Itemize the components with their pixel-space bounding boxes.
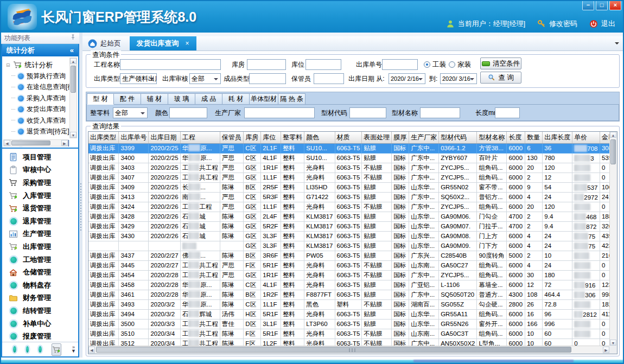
- material-tab-辅材[interactable]: 辅 材: [141, 93, 168, 105]
- table-row[interactable]: 调拨出库34292020/2/26石城陈琳G区5R2F整料KLM38176063…: [88, 221, 617, 231]
- tab-active[interactable]: 发货出库查询 ×: [130, 36, 196, 50]
- sidebar-item-审核中心[interactable]: 审核中心: [2, 164, 78, 177]
- circle-icon[interactable]: [26, 346, 29, 353]
- table-row[interactable]: 调拨出库34582020/2/28华原...陈琳C区4L1F整料光身料6063-…: [88, 280, 617, 290]
- column-header[interactable]: 生产厂家: [409, 132, 439, 143]
- collapse-icon[interactable]: «: [70, 46, 74, 54]
- tree-root[interactable]: ⊟ 统计分析: [6, 59, 78, 71]
- column-header[interactable]: 型材代码: [439, 132, 477, 143]
- table-row[interactable]: 调拨出库34542020/2/28工共工程严思G区1R1F整料光身料6063-T…: [88, 270, 617, 280]
- tree-item[interactable]: 预算执行查询: [6, 71, 78, 82]
- location-input[interactable]: [305, 59, 341, 70]
- column-header[interactable]: 膜厚: [392, 132, 409, 143]
- tree-item[interactable]: 在途信息查询[待: [6, 82, 78, 93]
- tree-item[interactable]: 收货入库查询: [6, 115, 78, 126]
- clear-conditions-button[interactable]: 清空条件: [480, 58, 521, 69]
- splitter[interactable]: [79, 33, 82, 357]
- material-tab-隔热条[interactable]: 隔 热 条: [278, 93, 305, 105]
- column-header[interactable]: 库位: [261, 132, 281, 143]
- warehouse-input[interactable]: [247, 59, 286, 70]
- circle-icon[interactable]: [39, 346, 42, 353]
- sidebar-item-退货管理[interactable]: 退货管理: [2, 202, 78, 215]
- outbound-type-select[interactable]: 生产领料出库: [120, 73, 157, 84]
- radio-gongzhuang[interactable]: 工装: [424, 59, 446, 70]
- keeper-input[interactable]: [314, 73, 344, 84]
- material-tab-玻璃[interactable]: 玻 璃: [168, 93, 195, 105]
- sidebar-item-工地管理[interactable]: 工地管理: [2, 253, 78, 266]
- table-row[interactable]: 调拨出库35002020/3/3工共工程曹佳D区3L1F整料LT3P606063…: [88, 319, 617, 329]
- column-header[interactable]: 颜色: [304, 132, 335, 143]
- name-input[interactable]: [420, 107, 460, 118]
- column-header[interactable]: 出库长度: [543, 132, 572, 143]
- radio-jiazhuang[interactable]: 家装: [449, 59, 471, 70]
- column-header[interactable]: 出库日期: [149, 132, 180, 143]
- column-header[interactable]: 材质: [335, 132, 362, 143]
- table-row[interactable]: 调拨出库34132020/2/26南...严思C区5R3F整料G71422606…: [88, 192, 617, 202]
- material-tab-配件[interactable]: 配 件: [114, 93, 141, 105]
- sidebar-item-采购管理[interactable]: 采购管理: [2, 176, 78, 189]
- tree-vertical-scrollbar[interactable]: ▲ ▼: [69, 58, 77, 138]
- sidebar-item-仓储管理[interactable]: 仓储管理: [2, 266, 78, 279]
- order-no-input[interactable]: [382, 59, 418, 70]
- pin-icon[interactable]: [70, 34, 76, 42]
- table-row[interactable]: G区3L3F整料KLM38176063-T5贴膜国标山东华...GA90M09.…: [88, 241, 617, 251]
- table-row[interactable]: 调拨出库34372020/2/27佛...陈琳B区3R6F整料PW056063-…: [88, 251, 617, 260]
- sidebar-item-生产管理[interactable]: 生产管理: [2, 228, 78, 241]
- material-tab-成品[interactable]: 成 品: [195, 93, 222, 105]
- sidebar-item-补单中心[interactable]: 补单中心: [2, 317, 78, 330]
- column-header[interactable]: 保管员: [220, 132, 244, 143]
- change-password-link[interactable]: 修改密码: [549, 19, 577, 29]
- sidebar-item-报废管理[interactable]: 报废管理: [2, 330, 78, 342]
- project-name-input[interactable]: [120, 59, 221, 70]
- sidebar-item-入库管理[interactable]: 入库管理: [2, 189, 78, 202]
- sidebar-item-退库管理[interactable]: 退库管理: [2, 215, 78, 228]
- tree-item[interactable]: 退货查询[待定]: [6, 126, 78, 138]
- table-row[interactable]: 调拨出库33992020/2/25华原...严思C区2L1F整料SU10...6…: [88, 143, 617, 153]
- date-to-select[interactable]: 2020/ 3/16: [440, 73, 477, 84]
- circle-icon[interactable]: [13, 346, 16, 353]
- table-row[interactable]: 调拨出库34072020/2/25工共工程严思G区1L1F整料光身料6063-T…: [88, 173, 617, 182]
- sidebar-item-物料盘存[interactable]: 物料盘存: [2, 279, 78, 292]
- sidebar-item-结转管理[interactable]: 结转管理: [2, 304, 78, 317]
- minimize-button[interactable]: −: [582, 1, 594, 10]
- zl-select[interactable]: 全部: [113, 107, 148, 118]
- column-header[interactable]: 工程: [180, 132, 220, 143]
- column-header[interactable]: 库房: [244, 132, 261, 143]
- column-header[interactable]: 表面处理: [362, 132, 392, 143]
- close-button[interactable]: ×: [609, 1, 621, 10]
- grid-vertical-scrollbar[interactable]: ▲ ▼: [609, 132, 617, 346]
- tree-item[interactable]: 采购入库查询: [6, 93, 78, 104]
- sidebar-item-项目管理[interactable]: 项目管理: [2, 151, 78, 164]
- tree-item[interactable]: 发货出库查询: [6, 104, 78, 116]
- tree-horizontal-scrollbar[interactable]: ◀ ▶: [3, 139, 68, 146]
- table-row[interactable]: 调拨出库34092020/2/25长...陈琳B区2R5F整料LI35HD606…: [88, 182, 617, 192]
- material-tab-单体型材[interactable]: 单体型材: [250, 93, 278, 105]
- table-row[interactable]: 调拨出库34612020/2/28华原...陈琳B区1R2F整料F8877FT6…: [88, 290, 617, 299]
- sidebar-item-出库管理[interactable]: 出库管理: [2, 240, 78, 253]
- table-row[interactable]: 调拨出库35102020/3/4工共工程陈琳F区5R1F整料光身料6063-T5…: [88, 329, 617, 339]
- column-header[interactable]: 出库单号: [119, 132, 149, 143]
- material-tab-耗材[interactable]: 耗 材: [222, 93, 250, 105]
- column-header[interactable]: 型材名称: [477, 132, 507, 143]
- color-input[interactable]: [169, 107, 207, 118]
- table-row[interactable]: 调拨出库34452020/2/27工共工程严思F区5R1F整料光身料6063-T…: [88, 260, 617, 270]
- material-tab-型材[interactable]: 型 材: [87, 93, 114, 105]
- mfr-input[interactable]: [244, 107, 315, 118]
- overflow-button[interactable]: »▼: [71, 346, 76, 353]
- tab-close-icon[interactable]: ×: [186, 40, 189, 47]
- table-row[interactable]: 调拨出库34942020/3/2石辉城汤伟H区5R1F整料光身料6063-T5贴…: [88, 309, 617, 319]
- tab-list-caret[interactable]: [615, 42, 619, 47]
- table-row[interactable]: 调拨出库34032020/2/25工共工程严思G区1R1F整料光身料6063-T…: [88, 163, 617, 173]
- cart-button[interactable]: [52, 343, 61, 356]
- column-header[interactable]: 单价: [572, 132, 600, 143]
- table-row[interactable]: 调拨出库34282020/2/26石城陈琳G区2L4F整料KLM38176063…: [88, 212, 617, 221]
- product-type-input[interactable]: [249, 73, 286, 84]
- code-input[interactable]: [349, 107, 386, 118]
- date-from-select[interactable]: 2020/ 2/16: [389, 73, 425, 84]
- sidebar-item-财务管理[interactable]: 财务管理: [2, 292, 78, 305]
- audit-select[interactable]: 全部: [189, 73, 221, 84]
- grid-horizontal-scrollbar[interactable]: ◀ ▶: [88, 346, 609, 354]
- column-header[interactable]: 数量: [525, 132, 543, 143]
- column-header[interactable]: 长度: [507, 132, 525, 143]
- length-input[interactable]: [495, 107, 520, 118]
